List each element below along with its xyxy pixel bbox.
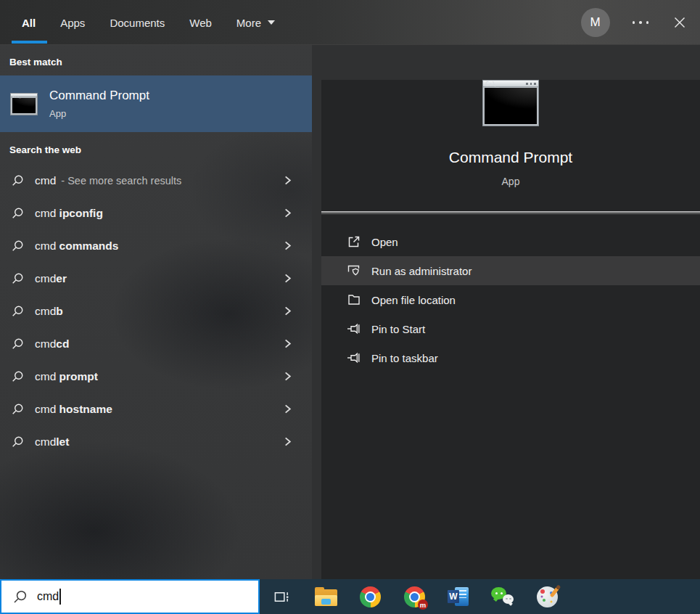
web-suggestion-row[interactable]: cmd hostname [0,393,312,425]
profile-badge: m [418,599,428,610]
search-box[interactable]: cmd [0,579,260,614]
search-icon [12,370,24,382]
open-external-icon [347,234,361,249]
filter-tabs: All Apps Documents Web More [22,0,275,45]
chevron-right-icon[interactable] [282,273,293,284]
command-prompt-icon-large: C:\_ [482,80,539,126]
tab-all[interactable]: All [22,0,36,45]
folder-icon [347,292,361,307]
suggestion-text: cmd [35,305,56,317]
result-subtitle: App [49,108,149,119]
suggestion-text: cmd [35,337,56,350]
tab-apps[interactable]: Apps [60,0,85,45]
action-label: Run as administrator [371,265,472,277]
avatar[interactable]: M [581,8,610,37]
paint3d-icon [537,586,558,607]
web-suggestion-row[interactable]: cmd commands [0,229,312,262]
more-options-button[interactable] [631,17,651,28]
web-suggestion-row[interactable]: cmdb [0,295,312,327]
task-view-button[interactable] [270,585,293,608]
pin-icon [347,351,361,365]
search-input[interactable]: cmd [37,590,59,603]
search-icon [12,337,24,350]
chevron-right-icon[interactable] [282,404,293,414]
tab-more-label: More [236,17,261,29]
taskbar: cmd m [0,579,700,614]
chevron-right-icon[interactable] [282,240,293,251]
action-label: Pin to taskbar [371,352,438,364]
web-suggestion-row[interactable]: cmdlet [0,425,312,458]
action-pin-to-start[interactable]: Pin to Start [321,314,700,343]
close-icon [672,15,687,30]
action-open[interactable]: Open [321,227,700,256]
tab-documents[interactable]: Documents [110,0,165,45]
text-caret [59,589,61,605]
word-icon: W [448,586,469,607]
chevron-down-icon [268,20,275,25]
paint3d-button[interactable] [535,585,559,608]
chrome-profile-button[interactable]: m [403,585,426,608]
web-suggestion-row[interactable]: cmd ipconfig [0,197,312,229]
action-pin-to-taskbar[interactable]: Pin to taskbar [321,343,700,372]
close-button[interactable] [672,15,688,30]
pin-icon [347,322,361,336]
web-suggestion-row[interactable]: cmd- See more search results [0,164,312,197]
wechat-button[interactable] [491,585,514,608]
suggestion-text: cmd [35,240,59,252]
search-icon [12,403,24,415]
best-match-label: Best match [9,56,312,68]
search-icon [12,435,24,448]
web-suggestions-list: cmd- See more search results cmd ipconfi… [0,164,312,458]
chevron-right-icon[interactable] [282,306,293,316]
header-actions: M [581,0,700,45]
preview-panel: C:\_ Command Prompt App Open [312,45,700,579]
wechat-icon [491,586,514,607]
chevron-right-icon[interactable] [282,371,293,382]
search-icon [12,272,24,285]
start-search-flyout: All Apps Documents Web More M Best ma [0,0,700,614]
word-button[interactable]: W [447,585,470,608]
context-actions: Open Run as administrator [321,227,700,372]
action-label: Pin to Start [371,323,425,335]
preview-title: Command Prompt [321,149,700,166]
best-match-result[interactable]: C:\_ Command Prompt App [0,75,312,132]
divider [321,211,700,214]
tab-more[interactable]: More [236,0,275,45]
chrome-button[interactable] [358,585,382,608]
chevron-right-icon[interactable] [282,436,293,447]
search-web-label: Search the web [9,144,312,156]
tab-web-label: Web [189,17,212,29]
file-explorer-button[interactable] [314,585,337,608]
results-list-panel: Best match C:\_ Command Prompt App Searc… [0,45,312,579]
search-icon [12,305,24,317]
web-suggestion-row[interactable]: cmd prompt [0,360,312,393]
action-label: Open file location [371,294,456,306]
taskbar-icons: m W [270,579,559,614]
suggestion-note: - See more search results [61,175,181,187]
chevron-right-icon[interactable] [282,175,293,186]
tab-web[interactable]: Web [189,0,212,45]
search-header: All Apps Documents Web More M [0,0,700,45]
chevron-right-icon[interactable] [282,338,293,349]
result-title: Command Prompt [49,89,149,103]
search-icon [12,207,24,219]
suggestion-text: cmd [35,403,59,415]
suggestion-text: cmd [35,207,59,219]
action-label: Open [371,236,398,248]
chrome-icon [360,586,381,607]
chevron-right-icon[interactable] [282,208,293,218]
web-suggestion-row[interactable]: cmdcd [0,327,312,360]
search-icon [12,240,24,252]
tab-apps-label: Apps [60,17,85,29]
search-icon [12,174,24,187]
command-prompt-icon: C:\_ [10,93,38,115]
suggestion-text: cmd [35,272,56,285]
action-open-file-location[interactable]: Open file location [321,285,700,314]
suggestion-text: cmd [35,174,56,187]
action-run-as-administrator[interactable]: Run as administrator [321,256,700,285]
task-view-icon [273,589,290,605]
preview-card: C:\_ Command Prompt App Open [321,80,700,602]
tab-all-label: All [22,17,36,29]
web-suggestion-row[interactable]: cmder [0,262,312,295]
avatar-letter: M [590,15,600,30]
